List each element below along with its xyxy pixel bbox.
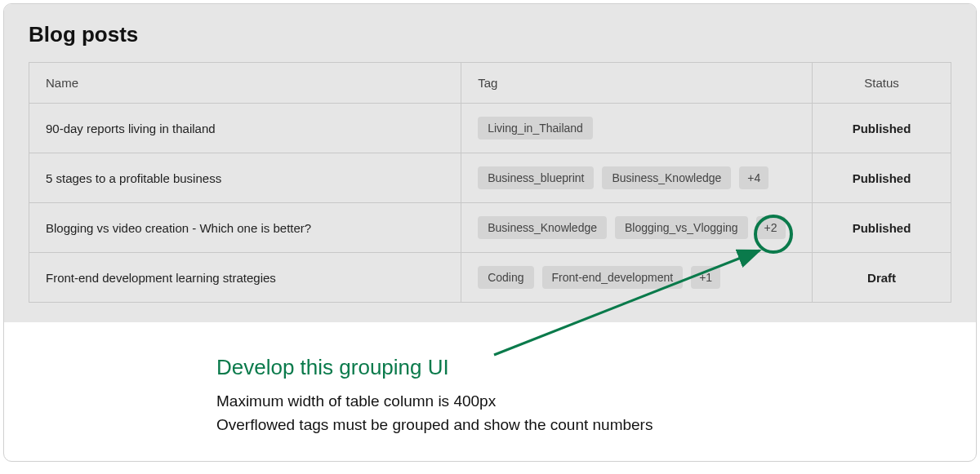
tag-overflow-chip[interactable]: +4 <box>739 166 768 189</box>
cell-name: Blogging vs video creation - Which one i… <box>29 203 461 253</box>
cell-name: 5 stages to a profitable business <box>29 153 461 203</box>
annotation-headline: Develop this grouping UI <box>216 355 951 380</box>
table-row[interactable]: 90-day reports living in thailand Living… <box>29 104 951 153</box>
annotation-line: Overflowed tags must be grouped and show… <box>216 414 951 437</box>
card-container: Blog posts Name Tag Status 90-day report… <box>3 3 977 462</box>
tag-group: Business_blueprint Business_Knowledge +4 <box>478 166 795 189</box>
table-row[interactable]: 5 stages to a profitable business Busine… <box>29 153 951 203</box>
tag-chip[interactable]: Business_blueprint <box>478 166 594 189</box>
blog-posts-table: Name Tag Status 90-day reports living in… <box>29 62 951 303</box>
annotation-area: Develop this grouping UI Maximum width o… <box>4 322 976 461</box>
cell-status: Published <box>813 104 951 153</box>
cell-tags: Business_blueprint Business_Knowledge +4 <box>461 153 813 203</box>
table-panel: Blog posts Name Tag Status 90-day report… <box>4 4 976 322</box>
cell-status: Draft <box>813 253 951 303</box>
tag-chip[interactable]: Living_in_Thailand <box>478 117 593 140</box>
tag-overflow-chip[interactable]: +1 <box>691 266 720 289</box>
tag-group: Coding Front-end_development +1 <box>478 266 795 289</box>
tag-chip[interactable]: Front-end_development <box>542 266 684 289</box>
tag-chip[interactable]: Business_Knowledge <box>478 216 607 239</box>
table-row[interactable]: Blogging vs video creation - Which one i… <box>29 203 951 253</box>
tag-group: Living_in_Thailand <box>478 117 795 140</box>
cell-status: Published <box>813 203 951 253</box>
tag-chip[interactable]: Business_Knowledge <box>602 166 731 189</box>
column-header-name: Name <box>29 63 461 104</box>
tag-chip[interactable]: Blogging_vs_Vlogging <box>615 216 748 239</box>
tag-chip[interactable]: Coding <box>478 266 533 289</box>
cell-tags: Coding Front-end_development +1 <box>461 253 813 303</box>
cell-name: Front-end development learning strategie… <box>29 253 461 303</box>
table-row[interactable]: Front-end development learning strategie… <box>29 253 951 303</box>
column-header-status: Status <box>813 63 951 104</box>
table-header-row: Name Tag Status <box>29 63 951 104</box>
cell-name: 90-day reports living in thailand <box>29 104 461 153</box>
annotation-line: Maximum width of table column is 400px <box>216 390 951 414</box>
column-header-tag: Tag <box>461 63 813 104</box>
cell-tags: Business_Knowledge Blogging_vs_Vlogging … <box>461 203 813 253</box>
tag-group: Business_Knowledge Blogging_vs_Vlogging … <box>478 216 795 239</box>
cell-tags: Living_in_Thailand <box>461 104 813 153</box>
tag-overflow-chip[interactable]: +2 <box>756 216 786 239</box>
cell-status: Published <box>813 153 951 203</box>
page-title: Blog posts <box>29 22 951 47</box>
